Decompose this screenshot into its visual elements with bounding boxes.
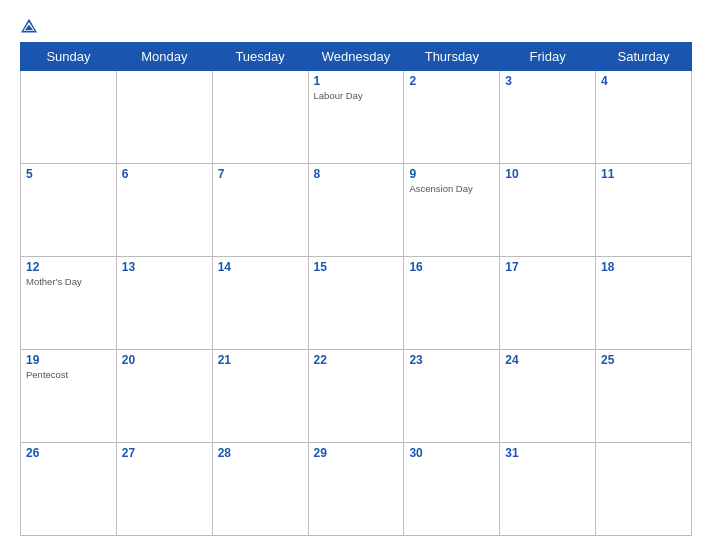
calendar-week-row: 262728293031 — [21, 443, 692, 536]
calendar-cell: 23 — [404, 350, 500, 443]
col-friday: Friday — [500, 43, 596, 71]
calendar-cell: 3 — [500, 71, 596, 164]
col-monday: Monday — [116, 43, 212, 71]
calendar-cell: 8 — [308, 164, 404, 257]
calendar-cell — [21, 71, 117, 164]
col-tuesday: Tuesday — [212, 43, 308, 71]
calendar-cell: 9Ascension Day — [404, 164, 500, 257]
calendar-cell: 20 — [116, 350, 212, 443]
date-number: 16 — [409, 260, 494, 274]
date-number: 17 — [505, 260, 590, 274]
date-number: 23 — [409, 353, 494, 367]
calendar-cell — [116, 71, 212, 164]
date-number: 28 — [218, 446, 303, 460]
date-number: 2 — [409, 74, 494, 88]
date-number: 22 — [314, 353, 399, 367]
date-number: 1 — [314, 74, 399, 88]
date-number: 19 — [26, 353, 111, 367]
calendar-cell: 1Labour Day — [308, 71, 404, 164]
date-number: 4 — [601, 74, 686, 88]
calendar-cell: 29 — [308, 443, 404, 536]
calendar-cell: 18 — [596, 257, 692, 350]
calendar-cell: 28 — [212, 443, 308, 536]
date-number: 30 — [409, 446, 494, 460]
date-number: 11 — [601, 167, 686, 181]
calendar-cell: 30 — [404, 443, 500, 536]
calendar-cell: 7 — [212, 164, 308, 257]
calendar-week-row: 1Labour Day234 — [21, 71, 692, 164]
calendar-cell: 24 — [500, 350, 596, 443]
date-number: 15 — [314, 260, 399, 274]
date-number: 31 — [505, 446, 590, 460]
calendar-cell: 13 — [116, 257, 212, 350]
date-number: 7 — [218, 167, 303, 181]
date-number: 27 — [122, 446, 207, 460]
date-number: 20 — [122, 353, 207, 367]
calendar-cell: 22 — [308, 350, 404, 443]
date-number: 24 — [505, 353, 590, 367]
date-number: 10 — [505, 167, 590, 181]
holiday-label: Ascension Day — [409, 183, 494, 194]
col-sunday: Sunday — [21, 43, 117, 71]
weekday-header-row: Sunday Monday Tuesday Wednesday Thursday… — [21, 43, 692, 71]
calendar-cell: 12Mother's Day — [21, 257, 117, 350]
calendar-cell — [596, 443, 692, 536]
calendar-header — [20, 18, 692, 34]
date-number: 5 — [26, 167, 111, 181]
holiday-label: Labour Day — [314, 90, 399, 101]
date-number: 12 — [26, 260, 111, 274]
calendar-cell: 14 — [212, 257, 308, 350]
logo — [20, 18, 44, 34]
logo-icon — [20, 18, 38, 34]
calendar-cell: 6 — [116, 164, 212, 257]
date-number: 14 — [218, 260, 303, 274]
date-number: 25 — [601, 353, 686, 367]
col-saturday: Saturday — [596, 43, 692, 71]
holiday-label: Mother's Day — [26, 276, 111, 287]
calendar-cell: 17 — [500, 257, 596, 350]
date-number: 8 — [314, 167, 399, 181]
date-number: 13 — [122, 260, 207, 274]
date-number: 26 — [26, 446, 111, 460]
calendar-cell: 11 — [596, 164, 692, 257]
calendar-cell: 2 — [404, 71, 500, 164]
calendar-cell — [212, 71, 308, 164]
calendar-cell: 27 — [116, 443, 212, 536]
calendar-cell: 15 — [308, 257, 404, 350]
date-number: 29 — [314, 446, 399, 460]
date-number: 18 — [601, 260, 686, 274]
calendar-week-row: 12Mother's Day131415161718 — [21, 257, 692, 350]
date-number: 9 — [409, 167, 494, 181]
col-wednesday: Wednesday — [308, 43, 404, 71]
calendar-week-row: 56789Ascension Day1011 — [21, 164, 692, 257]
calendar-cell: 26 — [21, 443, 117, 536]
calendar-table: Sunday Monday Tuesday Wednesday Thursday… — [20, 42, 692, 536]
holiday-label: Pentecost — [26, 369, 111, 380]
calendar-cell: 10 — [500, 164, 596, 257]
calendar-cell: 16 — [404, 257, 500, 350]
date-number: 6 — [122, 167, 207, 181]
calendar-cell: 5 — [21, 164, 117, 257]
calendar-week-row: 19Pentecost202122232425 — [21, 350, 692, 443]
calendar-cell: 4 — [596, 71, 692, 164]
calendar-cell: 31 — [500, 443, 596, 536]
date-number: 3 — [505, 74, 590, 88]
date-number: 21 — [218, 353, 303, 367]
calendar-cell: 25 — [596, 350, 692, 443]
calendar-body: 1Labour Day23456789Ascension Day101112Mo… — [21, 71, 692, 536]
calendar-cell: 19Pentecost — [21, 350, 117, 443]
calendar-cell: 21 — [212, 350, 308, 443]
col-thursday: Thursday — [404, 43, 500, 71]
